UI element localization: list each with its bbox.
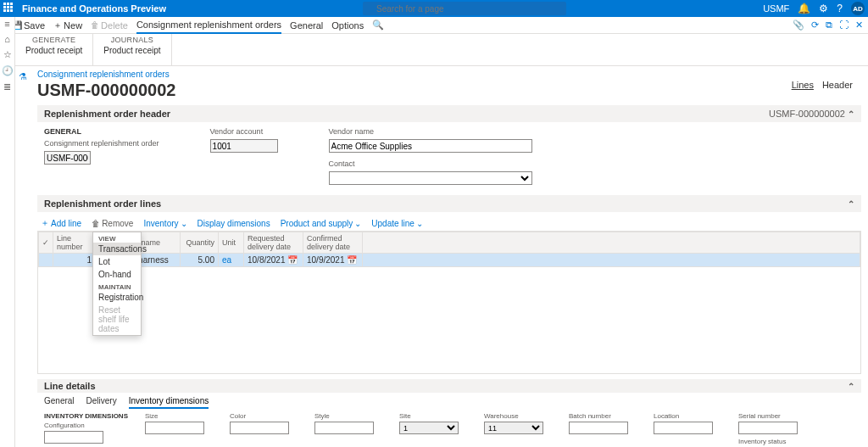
warehouse-field[interactable]: 11 (484, 422, 543, 434)
cell-unit[interactable]: ea (219, 254, 244, 267)
refresh-icon[interactable]: ⟳ (811, 20, 819, 31)
list-icon[interactable]: ≣ (3, 81, 11, 92)
avatar[interactable]: AD (851, 2, 865, 15)
contact-field[interactable] (329, 171, 532, 185)
app-launcher-icon[interactable] (3, 3, 15, 14)
recent-icon[interactable]: 🕘 (2, 65, 14, 76)
grid-header-row: ✓ Line number Item duct name Quantity Un… (39, 232, 860, 254)
top-bar: Finance and Operations Preview USMF 🔔 ⚙ … (0, 0, 868, 17)
menu-item-onhand[interactable]: On-hand (93, 268, 141, 281)
line-details-header[interactable]: Line details (37, 379, 861, 393)
line-details-tabs: General Delivery Inventory dimensions (37, 393, 861, 409)
gear-icon[interactable]: ⚙ (819, 3, 828, 14)
product-supply-dropdown[interactable]: Product and supply (281, 217, 362, 229)
command-bar: 💾Save ＋New 🗑Delete Consignment replenish… (0, 17, 868, 34)
attach-icon[interactable]: 📎 (793, 20, 804, 31)
breadcrumb[interactable]: Consignment replenishment orders (37, 70, 861, 79)
vendor-name-field[interactable] (329, 139, 532, 153)
style-field[interactable] (314, 422, 374, 434)
order-field[interactable] (44, 151, 91, 165)
ribbon-group-journals: JOURNALS Product receipt (93, 34, 171, 65)
section-lines-title: Replenishment order lines (44, 198, 161, 209)
section-header-lines[interactable]: Replenishment order lines (37, 195, 861, 212)
section-header-order[interactable]: Replenishment order header USMF-00000000… (37, 105, 861, 122)
ld-tab-delivery[interactable]: Delivery (86, 396, 117, 409)
serial-label: Serial number (738, 412, 806, 420)
site-field[interactable]: 1 (399, 422, 459, 434)
batch-field[interactable] (569, 422, 628, 434)
grid-toolbar: ＋Add line 🗑Remove Inventory Display dime… (37, 215, 861, 232)
menu-item-registration[interactable]: Registration (93, 291, 141, 304)
display-dimensions-button[interactable]: Display dimensions (198, 217, 270, 229)
menu-section-view: VIEW (93, 232, 141, 243)
tab-consignment[interactable]: Consignment replenishment orders (136, 17, 281, 34)
col-check[interactable]: ✓ (39, 232, 53, 254)
cmd-search-icon[interactable]: 🔍 (372, 20, 384, 31)
color-field[interactable] (230, 422, 289, 434)
delete-button[interactable]: 🗑Delete (91, 20, 128, 31)
tab-options[interactable]: Options (331, 20, 364, 31)
view-tab-header[interactable]: Header (822, 80, 853, 90)
line-details-title: Line details (44, 381, 96, 391)
view-tab-lines[interactable]: Lines (792, 80, 814, 90)
col-requested[interactable]: Requested delivery date (244, 232, 303, 254)
menu-icon[interactable]: ≡ (4, 19, 9, 29)
configuration-field[interactable] (44, 431, 103, 444)
ribbon: GENERATE Product receipt JOURNALS Produc… (15, 34, 868, 66)
home-icon[interactable]: ⌂ (4, 34, 10, 44)
invdim-label: INVENTORY DIMENSIONS (44, 412, 128, 420)
tab-general[interactable]: General (290, 20, 323, 31)
ribbon-generate-title: GENERATE (25, 36, 82, 44)
vendor-account-field[interactable] (210, 139, 278, 153)
collapse-icon[interactable] (848, 381, 854, 391)
company-code[interactable]: USMF (763, 3, 789, 14)
col-line-number[interactable]: Line number (53, 232, 96, 254)
section-header-title: Replenishment order header (44, 109, 170, 119)
trash-icon: 🗑 (91, 20, 99, 30)
invstatus-label: Inventory status (738, 438, 806, 445)
cell-line-number[interactable]: 1 (53, 254, 96, 267)
menu-item-transactions[interactable]: Transactions (93, 243, 141, 255)
serial-field[interactable] (738, 422, 798, 434)
add-line-button[interactable]: ＋Add line (41, 217, 81, 229)
collapse-icon[interactable] (848, 109, 854, 119)
cell-quantity[interactable]: 5.00 (181, 254, 219, 267)
menu-item-lot[interactable]: Lot (93, 255, 141, 268)
page-title: USMF-000000002 (37, 81, 861, 100)
update-line-dropdown[interactable]: Update line (371, 217, 423, 229)
location-field[interactable] (654, 422, 713, 434)
batch-label: Batch number (569, 412, 637, 420)
vendor-name-label: Vendor name (329, 127, 532, 136)
plus-icon: ＋ (53, 20, 62, 31)
expand-icon[interactable]: ⛶ (839, 20, 849, 31)
cell-confirmed[interactable]: 10/9/2021 📅 (303, 254, 363, 267)
col-unit[interactable]: Unit (219, 232, 244, 254)
grid-row[interactable]: 1 M92 ing harness 5.00 ea 10/8/2021 📅 10… (39, 254, 860, 267)
warehouse-label: Warehouse (484, 412, 552, 420)
filter-icon[interactable]: ⚗ (19, 71, 27, 81)
ld-tab-general[interactable]: General (44, 396, 75, 409)
help-icon[interactable]: ? (837, 3, 843, 14)
inventory-dropdown[interactable]: Inventory (143, 217, 186, 229)
cell-requested[interactable]: 10/8/2021 📅 (244, 254, 303, 267)
size-field[interactable] (145, 422, 204, 434)
grid: ✓ Line number Item duct name Quantity Un… (37, 232, 861, 374)
col-confirmed[interactable]: Confirmed delivery date (303, 232, 363, 254)
col-spacer (363, 232, 860, 254)
inventory-menu: VIEW Transactions Lot On-hand MAINTAIN R… (92, 232, 142, 336)
col-quantity[interactable]: Quantity (181, 232, 219, 254)
new-button[interactable]: ＋New (53, 20, 82, 31)
collapse-icon[interactable] (848, 198, 854, 209)
bell-icon[interactable]: 🔔 (798, 3, 810, 14)
ribbon-product-receipt-jrn[interactable]: Product receipt (103, 46, 160, 55)
popout-icon[interactable]: ⧉ (826, 20, 832, 31)
ld-tab-invdim[interactable]: Inventory dimensions (129, 396, 209, 409)
color-label: Color (230, 412, 298, 420)
search-input[interactable] (363, 2, 566, 15)
remove-line-button[interactable]: 🗑Remove (92, 217, 133, 229)
inventory-dimensions: INVENTORY DIMENSIONS Configuration Size … (37, 409, 861, 447)
star-icon[interactable]: ☆ (3, 49, 12, 60)
ribbon-product-receipt-gen[interactable]: Product receipt (25, 46, 82, 55)
close-icon[interactable]: ✕ (855, 20, 863, 31)
save-button[interactable]: 💾Save (12, 20, 45, 31)
